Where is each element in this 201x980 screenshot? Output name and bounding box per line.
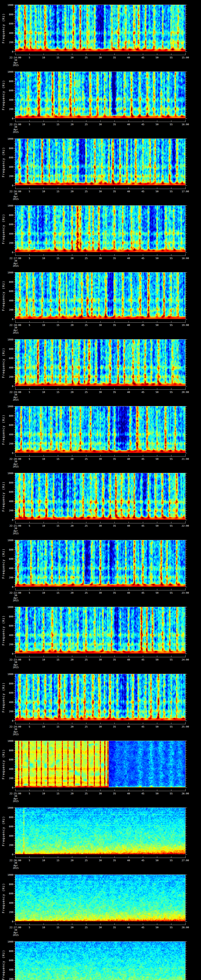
y-tick-minor xyxy=(186,545,187,545)
y-tick-major xyxy=(14,272,15,273)
y-tick-minor xyxy=(14,10,15,10)
x-tick xyxy=(15,53,16,55)
y-tick-minor xyxy=(186,360,187,361)
y-tick-label: 200 xyxy=(4,442,13,445)
y-tick-minor xyxy=(14,238,15,239)
date-label: 2015 xyxy=(8,198,24,200)
y-tick-label: 800 xyxy=(4,281,13,283)
x-tick xyxy=(157,188,157,189)
y-tick-minor xyxy=(14,427,15,428)
y-tick-label: 0 xyxy=(4,318,13,320)
x-tick-label: 25 xyxy=(80,592,92,594)
y-tick-major xyxy=(186,903,187,903)
y-tick-label: 600 xyxy=(4,290,13,293)
date-label: 2015 xyxy=(8,64,24,67)
y-tick-label: 200 xyxy=(4,777,13,780)
spectrogram-canvas xyxy=(15,5,185,51)
x-tick xyxy=(43,455,44,456)
y-tick-minor xyxy=(186,843,187,843)
y-tick-major xyxy=(186,252,187,253)
y-tick-label: 1000 xyxy=(4,606,13,608)
x-tick xyxy=(15,923,16,925)
x-tick xyxy=(43,589,44,590)
y-tick-minor xyxy=(14,637,15,638)
x-tick xyxy=(72,321,72,323)
y-tick-major xyxy=(186,109,187,109)
x-tick-label: 10 xyxy=(38,525,49,527)
y-tick-label: 200 xyxy=(4,41,13,43)
x-tick-label: 35 xyxy=(108,458,120,460)
y-tick-minor xyxy=(14,143,15,144)
spectrogram-canvas xyxy=(15,741,185,788)
y-tick-minor xyxy=(14,582,15,582)
x-tick-label: 30 xyxy=(94,458,106,460)
y-tick-minor xyxy=(14,697,15,698)
y-tick-major xyxy=(186,616,187,617)
x-tick xyxy=(100,321,100,323)
y-tick-minor xyxy=(186,312,187,312)
y-tick-major xyxy=(186,215,187,215)
x-tick-label: 5 xyxy=(24,525,35,527)
x-tick-label: 40 xyxy=(123,458,134,460)
y-tick-label: 0 xyxy=(4,585,13,588)
x-tick xyxy=(72,388,72,390)
y-tick-minor xyxy=(14,681,15,681)
y-tick-label: 200 xyxy=(4,108,13,110)
y-tick-major xyxy=(186,148,187,148)
x-tick-label: 25 xyxy=(80,324,92,326)
y-tick-minor xyxy=(14,40,15,40)
x-tick-label: 45 xyxy=(137,56,149,59)
y-tick-minor xyxy=(14,563,15,564)
y-tick-major xyxy=(14,759,15,760)
y-tick-minor xyxy=(14,296,15,296)
x-tick xyxy=(86,254,86,256)
y-tick-minor xyxy=(186,752,187,753)
y-tick-minor xyxy=(186,213,187,213)
y-tick-minor xyxy=(186,944,187,944)
y-tick-minor xyxy=(14,213,15,213)
x-tick-label: 40 xyxy=(123,659,134,661)
x-tick xyxy=(157,388,157,390)
y-tick-minor xyxy=(186,946,187,947)
y-tick-minor xyxy=(186,886,187,887)
y-tick-label: 400 xyxy=(4,366,13,369)
y-tick-major xyxy=(14,826,15,827)
panel-end-time-label: 22:00 xyxy=(174,525,197,527)
spectrogram-canvas xyxy=(15,942,185,980)
y-axis-title: Frequency (Hz) xyxy=(2,481,5,512)
x-tick-label: 5 xyxy=(24,859,35,862)
y-tick-label: 600 xyxy=(4,156,13,159)
spectrogram-panel: Frequency (Hz)1000800600400200022:23:005… xyxy=(0,602,201,669)
y-tick-minor xyxy=(14,623,15,624)
y-tick-label: 0 xyxy=(4,652,13,655)
panel-end-time-label: 25:00 xyxy=(174,725,197,728)
y-tick-minor xyxy=(14,700,15,700)
y-tick-label: 600 xyxy=(4,357,13,360)
x-tick xyxy=(86,589,86,590)
panel-end-time-label: 19:00 xyxy=(174,324,197,326)
x-tick xyxy=(72,789,72,791)
y-tick-label: 0 xyxy=(4,385,13,388)
y-tick-label: 600 xyxy=(4,692,13,694)
y-tick-minor xyxy=(186,829,187,829)
x-tick-label: 50 xyxy=(151,725,163,728)
y-tick-minor xyxy=(186,450,187,451)
y-tick-minor xyxy=(186,561,187,562)
y-tick-minor xyxy=(186,681,187,681)
x-tick-label: 35 xyxy=(108,792,120,795)
x-tick xyxy=(58,655,58,657)
y-tick-minor xyxy=(186,478,187,478)
x-tick xyxy=(29,522,30,523)
spectrogram-canvas xyxy=(15,72,185,118)
y-tick-minor xyxy=(186,819,187,820)
y-tick-minor xyxy=(186,487,187,487)
y-tick-minor xyxy=(14,679,15,679)
y-tick-minor xyxy=(186,700,187,700)
y-tick-minor xyxy=(186,102,187,102)
y-tick-label: 800 xyxy=(4,481,13,484)
x-tick-label: 30 xyxy=(94,324,106,326)
x-tick xyxy=(15,722,16,724)
x-tick xyxy=(143,589,143,590)
x-tick xyxy=(29,321,30,323)
x-tick-label: 30 xyxy=(94,592,106,594)
